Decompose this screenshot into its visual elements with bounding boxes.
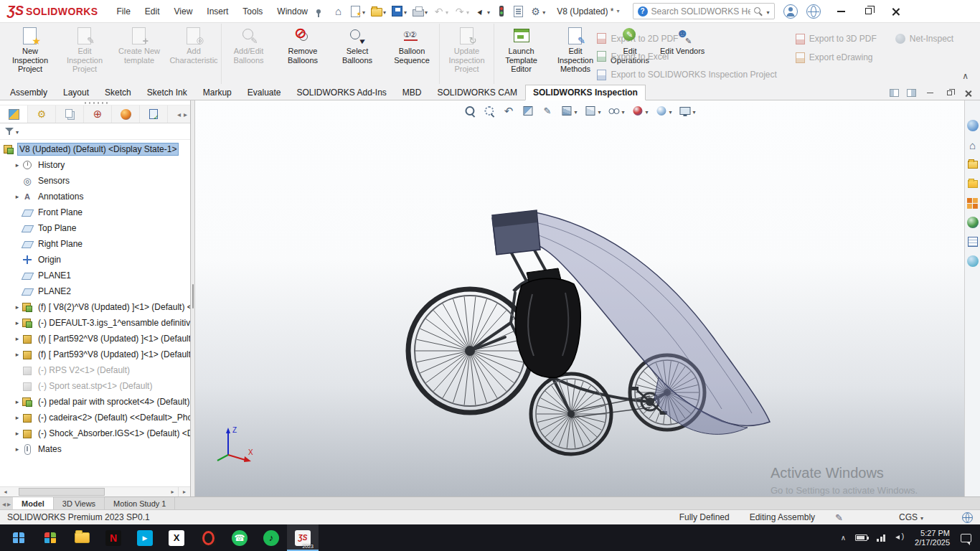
task-pane-tab-file-explorer[interactable]: [966, 177, 979, 190]
task-pane-tab-solidworks-forum[interactable]: [966, 255, 979, 268]
doc-tab-motion-study-1[interactable]: Motion Study 1: [105, 497, 175, 509]
search-icon[interactable]: [754, 7, 763, 16]
doc-tabs-scroll-left[interactable]: [2, 499, 6, 508]
panel-tabs-scroll-left[interactable]: [177, 109, 181, 119]
expand-icon[interactable]: [13, 351, 22, 358]
dropdown-caret-icon[interactable]: [425, 6, 428, 17]
minimize-button[interactable]: [828, 0, 855, 23]
expand-icon[interactable]: [13, 335, 22, 342]
close-button[interactable]: [882, 0, 910, 23]
command-tab-evaluate[interactable]: Evaluate: [240, 85, 289, 100]
doc-tab-model[interactable]: Model: [13, 497, 54, 509]
hud-button-zoom-fit[interactable]: [463, 104, 476, 118]
task-pane-tab-home[interactable]: [966, 138, 979, 151]
task-pane-tab-view-palette[interactable]: [966, 197, 979, 209]
graphics-area[interactable]: Z X Activate Windows Go to Settings to a…: [195, 100, 964, 496]
hud-button-hide-show-items[interactable]: [607, 104, 625, 118]
taskbar-app-file-explorer[interactable]: [66, 524, 98, 551]
unit-system[interactable]: CGS: [899, 512, 923, 522]
tree-item-f-v8-2-v8-updated-1-default-d[interactable]: (f) [ V8(2)^V8 (Updated) ]<1> (Default) …: [0, 299, 190, 315]
scroll-right-button[interactable]: [167, 487, 178, 496]
qat-button-print[interactable]: [410, 4, 429, 19]
taskbar-app-solidworks-2023[interactable]: 2023: [287, 524, 319, 551]
ribbon-button-create-new-template[interactable]: Create New template: [112, 24, 166, 84]
pane-left-icon[interactable]: [890, 89, 899, 97]
tree-item-history[interactable]: History: [0, 157, 190, 173]
hud-button-view-settings[interactable]: [679, 104, 697, 118]
doc-tab-3d-views[interactable]: 3D Views: [54, 497, 105, 509]
globe-icon[interactable]: [962, 512, 973, 523]
hud-caret-icon[interactable]: [693, 106, 696, 116]
task-pane-tab-appearances-scenes[interactable]: [966, 216, 979, 229]
taskbar-app-whatsapp[interactable]: [224, 524, 255, 551]
tree-item-right-plane[interactable]: Right Plane: [0, 236, 190, 252]
panel-tab-dimxpert-manager[interactable]: [84, 105, 112, 123]
hud-button-previous-view[interactable]: [501, 104, 515, 118]
command-tab-solidworks-cam[interactable]: SOLIDWORKS CAM: [430, 85, 525, 100]
units-caret-icon[interactable]: [920, 512, 923, 522]
tree-item-plane1[interactable]: PLANE1: [0, 268, 190, 283]
hud-button-view-orientation[interactable]: [560, 104, 578, 118]
qat-button-home[interactable]: [331, 4, 346, 19]
doc-close-button[interactable]: [963, 90, 974, 97]
dropdown-caret-icon[interactable]: [542, 6, 545, 17]
menu-window[interactable]: Window: [270, 1, 315, 22]
tree-item-rps-v2-1-default[interactable]: (-) RPS V2<1> (Default): [0, 362, 190, 378]
taskbar-app-netflix[interactable]: [98, 524, 129, 551]
qat-button-open-document[interactable]: [369, 4, 387, 19]
ribbon-button-remove-balloons[interactable]: Remove Balloons: [275, 24, 330, 84]
doc-minimize-button[interactable]: [924, 93, 936, 94]
qat-button-undo[interactable]: [431, 4, 450, 19]
hud-button-apply-scene[interactable]: [655, 104, 673, 118]
ribbon-collapse-button[interactable]: [953, 70, 977, 84]
panel-tab-feature-manager[interactable]: [0, 105, 28, 123]
scrollbar-thumb[interactable]: [19, 488, 105, 496]
panel-flyout-button[interactable]: [178, 487, 190, 496]
menu-tools[interactable]: Tools: [235, 1, 270, 22]
task-pane-tab-design-library[interactable]: [966, 158, 979, 171]
hud-button-edit-appearance[interactable]: [631, 104, 649, 118]
tree-item-mates[interactable]: Mates: [0, 441, 190, 457]
ribbon-button-new-inspection-project[interactable]: New Inspection Project: [3, 24, 57, 84]
hud-caret-icon[interactable]: [646, 106, 649, 116]
task-pane-tab-custom-properties[interactable]: [966, 235, 979, 248]
export-button-export-to-3d-pdf[interactable]: Export to 3D PDF: [796, 29, 877, 48]
taskbar-app-prime-video[interactable]: [129, 524, 161, 551]
ribbon-button-update-inspection-project[interactable]: Update Inspection Project: [439, 24, 494, 84]
qat-button-redo[interactable]: [452, 4, 471, 19]
taskbar-app-opera[interactable]: [192, 524, 224, 551]
hud-button-section-view[interactable]: [521, 104, 534, 118]
filter-icon[interactable]: [5, 127, 14, 136]
titlebar-icon-user-account[interactable]: [783, 4, 798, 19]
tree-item-pedal-pair-with-sprocket-4-default[interactable]: (-) pedal pair with sprocket<4> (Default…: [0, 394, 190, 410]
panel-tab-property-manager[interactable]: [28, 105, 56, 123]
dropdown-caret-icon[interactable]: [446, 6, 448, 17]
taskbar-app-x-app[interactable]: [161, 524, 192, 551]
command-tab-sketch-ink[interactable]: Sketch Ink: [139, 85, 195, 100]
export-button-export-to-excel[interactable]: Export to Excel: [597, 47, 776, 65]
volume-icon[interactable]: [895, 533, 905, 542]
ribbon-button-launch-template-editor[interactable]: Launch Template Editor: [494, 24, 548, 84]
expand-icon[interactable]: [13, 430, 22, 437]
tree-item-front-plane[interactable]: Front Plane: [0, 204, 190, 220]
expand-icon[interactable]: [13, 398, 22, 405]
doc-tabs-scroll-right[interactable]: [7, 499, 11, 508]
hud-button-zoom-area[interactable]: [482, 104, 496, 118]
command-tab-solidworks-add-ins[interactable]: SOLIDWORKS Add-Ins: [288, 85, 394, 100]
horizontal-scrollbar[interactable]: [11, 487, 167, 496]
tree-item-sport-seat-stp-1-default[interactable]: (-) Sport seat.stp<1> (Default): [0, 378, 190, 394]
tree-item-default-3-igs-1-ensamble-definitivo[interactable]: (-) DEFAULT-3.igs_1^ensamble definitivo.: [0, 315, 190, 331]
ribbon-button-add-characteristic[interactable]: Add Characteristic: [166, 24, 221, 84]
command-tab-markup[interactable]: Markup: [195, 85, 240, 100]
dropdown-caret-icon[interactable]: [383, 6, 386, 17]
panel-grip[interactable]: [0, 100, 190, 105]
tree-item-cadeira-2-default-default-phot[interactable]: (-) cadeira<2> (Default) <<Default>_Phot: [0, 410, 190, 425]
restore-button[interactable]: [855, 0, 882, 23]
command-tab-sketch[interactable]: Sketch: [97, 85, 139, 100]
ribbon-button-edit-inspection-project[interactable]: Edit Inspection Project: [57, 24, 112, 84]
hud-caret-icon[interactable]: [598, 106, 600, 116]
menu-view[interactable]: View: [167, 1, 200, 22]
export-button-export-to-solidworks-inspection-project[interactable]: Export to SOLIDWORKS Inspection Project: [597, 66, 776, 84]
battery-icon[interactable]: [855, 534, 867, 541]
scroll-left-button[interactable]: [0, 487, 11, 496]
